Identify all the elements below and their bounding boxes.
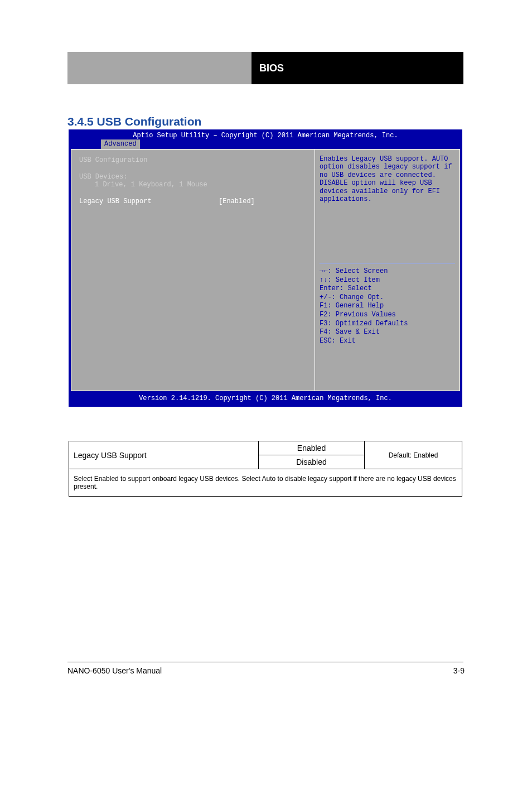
bios-key-8: ESC: Exit xyxy=(320,337,455,346)
footer-page-number: 3-9 xyxy=(453,666,465,675)
bios-key-legend: →←: Select Screen ↑↓: Select Item Enter:… xyxy=(320,267,455,345)
header-right: BIOS xyxy=(252,52,463,84)
bios-setting-row[interactable]: Legacy USB Support [Enabled] xyxy=(79,198,307,205)
bios-left-pane: USB Configuration USB Devices: 1 Drive, … xyxy=(71,150,315,391)
bios-bottom-banner: Version 2.14.1219. Copyright (C) 2011 Am… xyxy=(69,391,462,407)
bios-devices-label: USB Devices: xyxy=(79,173,307,181)
table-default: Default: Enabled xyxy=(365,441,462,469)
bios-tab-advanced[interactable]: Advanced xyxy=(101,139,140,149)
table-description: Select Enabled to support onboard legacy… xyxy=(69,469,462,497)
bios-body: USB Configuration USB Devices: 1 Drive, … xyxy=(71,149,460,391)
page-header: BIOS xyxy=(67,52,463,84)
bios-key-4: F1: General Help xyxy=(320,302,455,311)
bios-tab-row: Advanced xyxy=(69,139,462,149)
bios-key-3: +/-: Change Opt. xyxy=(320,293,455,302)
bios-devices-value: 1 Drive, 1 Keyboard, 1 Mouse xyxy=(79,181,307,189)
table-option-0: Enabled xyxy=(259,441,365,455)
table-row: Select Enabled to support onboard legacy… xyxy=(69,469,462,497)
bios-key-7: F4: Save & Exit xyxy=(320,328,455,337)
section-title: 3.4.5 USB Configuration xyxy=(67,115,201,128)
table-option-1: Disabled xyxy=(259,455,365,469)
bios-divider xyxy=(320,263,455,264)
bios-key-1: ↑↓: Select Item xyxy=(320,276,455,285)
bios-key-2: Enter: Select xyxy=(320,285,455,293)
bios-help-text: Enables Legacy USB support. AUTO option … xyxy=(320,155,455,260)
bios-setting-value: [Enabled] xyxy=(219,198,255,205)
bios-key-6: F3: Optimized Defaults xyxy=(320,320,455,329)
footer-divider xyxy=(67,662,463,662)
bios-setting-label: Legacy USB Support xyxy=(79,198,219,205)
footer-manual-title: NANO-6050 User's Manual xyxy=(67,666,162,675)
bios-right-pane: Enables Legacy USB support. AUTO option … xyxy=(315,150,460,391)
bios-screenshot: Aptio Setup Utility – Copyright (C) 2011… xyxy=(69,129,462,407)
bios-top-banner: Aptio Setup Utility – Copyright (C) 2011… xyxy=(69,129,462,139)
table-row: Legacy USB Support Enabled Default: Enab… xyxy=(69,441,462,455)
bios-heading: USB Configuration xyxy=(79,156,307,164)
table-setting-name: Legacy USB Support xyxy=(69,441,259,469)
bios-key-0: →←: Select Screen xyxy=(320,267,455,276)
bios-key-5: F2: Previous Values xyxy=(320,311,455,320)
header-left xyxy=(67,52,252,84)
options-table: Legacy USB Support Enabled Default: Enab… xyxy=(69,441,462,497)
